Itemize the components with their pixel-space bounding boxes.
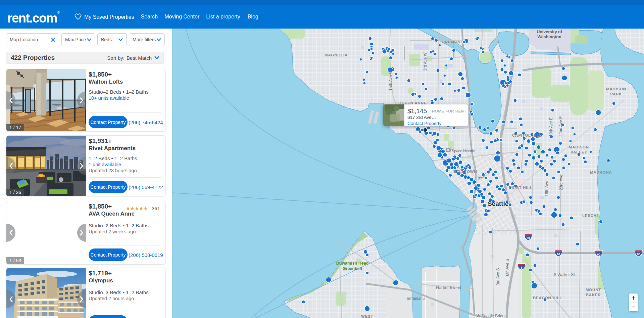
svg-text:FREMONT: FREMONT <box>442 40 463 44</box>
svg-text:CAPITOL HILL: CAPITOL HILL <box>512 133 542 137</box>
svg-text:Duwamish Head: Duwamish Head <box>336 261 369 266</box>
svg-text:MADISON: MADISON <box>569 145 589 149</box>
svg-text:15th Ave W: 15th Ave W <box>388 70 393 91</box>
svg-text:90: 90 <box>637 253 640 256</box>
svg-text:BEACON HILL: BEACON HILL <box>533 296 562 300</box>
svg-text:Harbor Island: Harbor Island <box>436 285 461 290</box>
svg-text:Terminal 5: Terminal 5 <box>406 296 425 301</box>
svg-text:Greenbelt: Greenbelt <box>343 266 362 271</box>
svg-text:WEST: WEST <box>361 314 373 318</box>
svg-text:3rd Ave W: 3rd Ave W <box>423 52 428 71</box>
svg-text:W Seattle Bridge: W Seattle Bridge <box>477 314 507 318</box>
svg-text:$1,145: $1,145 <box>407 107 427 115</box>
svg-text:5: 5 <box>521 266 523 269</box>
svg-text:3rd Ave S: 3rd Ave S <box>496 268 500 285</box>
svg-text:Space Needle: Space Needle <box>452 149 475 153</box>
svg-text:19th Ave E: 19th Ave E <box>549 117 553 137</box>
svg-text:PARK: PARK <box>610 92 622 96</box>
svg-text:617 3rd Ave…: 617 3rd Ave… <box>407 115 436 120</box>
svg-text:18th Ave: 18th Ave <box>544 181 549 196</box>
svg-text:Contact Property: Contact Property <box>407 121 442 126</box>
svg-text:MOUNT: MOUNT <box>586 288 601 292</box>
svg-text:University of: University of <box>537 30 562 34</box>
svg-text:MADRONA: MADRONA <box>590 170 612 174</box>
svg-text:VALLEY: VALLEY <box>571 150 587 154</box>
svg-text:BELLTOWN: BELLTOWN <box>453 170 477 174</box>
svg-text:LESCHI: LESCHI <box>582 214 598 218</box>
svg-text:90: 90 <box>597 253 600 256</box>
svg-text:BAKER: BAKER <box>586 293 601 297</box>
svg-text:90: 90 <box>557 253 560 256</box>
svg-text:MADISON: MADISON <box>606 87 626 91</box>
svg-text:Seattle: Seattle <box>488 200 508 207</box>
svg-text:MAGNOLIA: MAGNOLIA <box>325 53 348 57</box>
svg-text:22nd Ave E: 22nd Ave E <box>558 116 563 137</box>
svg-text:23rd Ave: 23rd Ave <box>559 175 563 190</box>
svg-text:90: 90 <box>527 236 530 240</box>
svg-text:FIRST HILL: FIRST HILL <box>509 186 533 190</box>
svg-text:6th Ave S: 6th Ave S <box>505 259 510 276</box>
svg-text:Washington: Washington <box>537 35 561 39</box>
svg-text:S Walker St: S Walker St <box>554 272 575 277</box>
svg-text:HOME FOR RENT: HOME FOR RENT <box>432 109 466 113</box>
